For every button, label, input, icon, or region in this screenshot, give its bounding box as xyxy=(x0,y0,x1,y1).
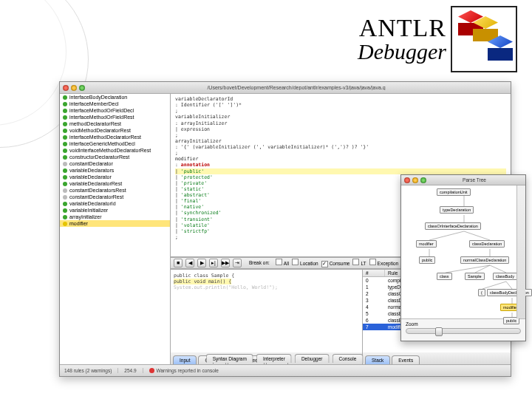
rule-item[interactable]: interfaceMethodDeclaratorRest xyxy=(60,134,170,140)
stack-index: 6 xyxy=(363,317,385,324)
rule-item[interactable]: variableDeclarators xyxy=(60,167,170,174)
editor-line: : '{' (variableInitializer (',' variable… xyxy=(175,144,506,150)
global-tab-debugger[interactable]: Debugger xyxy=(295,354,330,363)
tree-node[interactable]: classDeclaration xyxy=(469,240,505,248)
rule-label: constantDeclaratorsRest xyxy=(69,188,126,193)
parse-tree-canvas[interactable]: compilationUnit typeDeclaration classOrI… xyxy=(401,185,525,318)
close-icon[interactable] xyxy=(63,85,69,91)
tree-node[interactable]: compilationUnit xyxy=(437,188,471,196)
break-checkbox[interactable] xyxy=(352,259,359,265)
global-tab-interpreter[interactable]: Interpreter xyxy=(256,354,292,363)
rule-item[interactable]: arrayInitializer xyxy=(60,214,170,220)
rule-item[interactable]: constructorDeclaratorRest xyxy=(60,154,170,160)
break-option-label: All xyxy=(284,261,289,266)
rule-item[interactable]: interfaceBodyDeclaration xyxy=(60,94,170,100)
editor-line: modifier xyxy=(175,156,506,162)
rule-label: methodDeclaratorRest xyxy=(69,121,121,126)
rule-status-icon xyxy=(63,215,67,219)
stack-index: 0 xyxy=(363,277,385,284)
rule-item[interactable]: methodDeclaratorRest xyxy=(60,120,170,127)
rule-item[interactable]: variableDeclaratorId xyxy=(60,200,170,207)
close-icon[interactable] xyxy=(404,177,410,183)
rules-list: interfaceBodyDeclarationinterfaceMemberD… xyxy=(60,94,170,227)
tree-node[interactable]: modifier xyxy=(416,240,437,248)
rule-label: interfaceGenericMethodDecl xyxy=(69,141,135,146)
rules-sidebar[interactable]: interfaceBodyDeclarationinterfaceMemberD… xyxy=(60,94,171,364)
minimize-icon[interactable] xyxy=(71,85,77,91)
global-tab-console[interactable]: Console xyxy=(332,354,363,363)
scrollbar-vertical[interactable] xyxy=(516,185,525,318)
tree-node[interactable]: typeDeclaration xyxy=(440,206,474,214)
rule-status-icon xyxy=(63,188,67,193)
tree-node[interactable]: public xyxy=(419,256,435,264)
rule-status-icon xyxy=(63,142,67,146)
stack-index: 1 xyxy=(363,284,385,290)
rule-item[interactable]: constantDeclaratorRest xyxy=(60,194,170,200)
rule-label: variableInitializer xyxy=(69,208,108,213)
run-button[interactable]: ▶▶ xyxy=(221,259,230,267)
tab-events[interactable]: Events xyxy=(392,355,420,364)
rule-status-icon xyxy=(63,155,67,160)
zoom-icon[interactable] xyxy=(79,85,85,91)
stack-index: 5 xyxy=(363,310,385,317)
rule-item[interactable]: voidInterfaceMethodDeclaratorRest xyxy=(60,147,170,154)
status-bar: 148 rules (2 warnings) 254.9 Warnings re… xyxy=(60,364,511,376)
rule-item[interactable]: interfaceMethodOrFieldDecl xyxy=(60,107,170,114)
zoom-icon[interactable] xyxy=(420,177,426,183)
window-title-path: /Users/bovet/Development/Research/depot/… xyxy=(85,85,508,90)
global-tab-syntax-diagram[interactable]: Syntax Diagram xyxy=(206,354,253,363)
break-option-label: Exception xyxy=(378,261,399,266)
tree-node[interactable]: class xyxy=(437,273,452,280)
rule-label: variableDeclarators xyxy=(69,168,114,173)
tree-node[interactable]: normalClassDeclaration xyxy=(460,256,509,264)
rule-item[interactable]: variableInitializer xyxy=(60,207,170,214)
tab-stack[interactable]: Stack xyxy=(365,355,390,364)
rule-status-icon xyxy=(63,222,67,226)
step-button[interactable]: ▶ xyxy=(197,259,206,267)
rule-label: interfaceMethodOrFieldDecl xyxy=(69,108,134,113)
break-checkbox[interactable] xyxy=(276,259,282,265)
tree-node[interactable]: Sample xyxy=(465,273,485,280)
tree-node[interactable]: classOrInterfaceDeclaration xyxy=(425,222,481,230)
rule-status-icon xyxy=(63,149,67,153)
sample-input[interactable]: public class Sample { public void main()… xyxy=(171,270,362,352)
break-checkbox[interactable] xyxy=(292,259,299,265)
cube-blue-icon xyxy=(488,35,513,61)
rule-label: interfaceBodyDeclaration xyxy=(69,95,127,100)
break-checkbox[interactable] xyxy=(369,259,376,265)
rule-item[interactable]: interfaceMemberDecl xyxy=(60,100,170,107)
status-rules: 148 rules (2 warnings) xyxy=(64,368,118,373)
tree-node[interactable]: classBody xyxy=(493,273,517,280)
rule-item[interactable]: interfaceMethodOrFieldRest xyxy=(60,114,170,120)
goto-button[interactable]: ⇥ xyxy=(233,259,242,267)
svg-line-8 xyxy=(490,265,506,273)
editor-line: ; xyxy=(175,108,506,114)
rule-item[interactable]: variableDeclarator xyxy=(60,174,170,180)
rule-item[interactable]: voidMethodDeclaratorRest xyxy=(60,127,170,134)
parse-tree-title: Parse Tree xyxy=(426,177,522,183)
tree-node[interactable]: { xyxy=(478,289,485,296)
antlrworks-logo xyxy=(451,6,517,72)
rule-item[interactable]: modifier xyxy=(60,220,170,227)
svg-line-10 xyxy=(506,282,512,289)
rule-item[interactable]: constantDeclaratorsRest xyxy=(60,187,170,194)
rule-status-icon xyxy=(63,95,67,100)
rule-item[interactable]: interfaceGenericMethodDecl xyxy=(60,140,170,147)
stop-button[interactable]: ■ xyxy=(174,259,183,267)
rule-item[interactable]: variableDeclaratorRest xyxy=(60,180,170,187)
minimize-icon[interactable] xyxy=(412,177,418,183)
parse-tree-window[interactable]: Parse Tree compilationUnit typeDeclarati… xyxy=(400,174,526,341)
break-checkbox[interactable]: ✓ xyxy=(321,261,328,267)
rule-status-icon xyxy=(63,175,67,180)
window-titlebar[interactable]: /Users/bovet/Development/Research/depot/… xyxy=(60,82,511,94)
rule-status-icon xyxy=(63,122,67,126)
rule-label: variableDeclarator xyxy=(69,174,112,180)
zoom-slider[interactable] xyxy=(406,328,521,334)
step-back-button[interactable]: ◀ xyxy=(185,259,194,267)
rule-item[interactable]: constantDeclarator xyxy=(60,160,170,167)
editor-line: arrayInitializer xyxy=(175,138,506,144)
step-over-button[interactable]: ▸| xyxy=(209,259,218,267)
slider-thumb[interactable] xyxy=(435,327,443,336)
rule-label: constructorDeclaratorRest xyxy=(69,154,129,160)
tab-input[interactable]: Input xyxy=(173,355,197,364)
